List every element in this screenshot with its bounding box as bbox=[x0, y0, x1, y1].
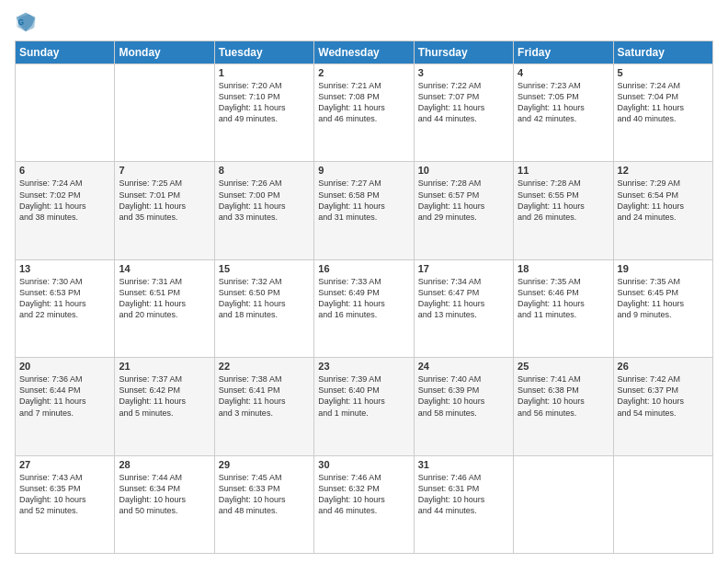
day-content: Sunrise: 7:20 AM Sunset: 7:10 PM Dayligh… bbox=[219, 80, 310, 125]
day-number: 30 bbox=[318, 459, 409, 470]
calendar-day-4: 4Sunrise: 7:23 AM Sunset: 7:05 PM Daylig… bbox=[514, 64, 613, 162]
day-content: Sunrise: 7:46 AM Sunset: 6:31 PM Dayligh… bbox=[418, 472, 509, 517]
calendar-day-19: 19Sunrise: 7:35 AM Sunset: 6:45 PM Dayli… bbox=[613, 259, 712, 357]
header: G bbox=[15, 11, 713, 33]
calendar-week-3: 13Sunrise: 7:30 AM Sunset: 6:53 PM Dayli… bbox=[16, 259, 713, 357]
day-content: Sunrise: 7:37 AM Sunset: 6:42 PM Dayligh… bbox=[119, 373, 210, 419]
calendar-day-16: 16Sunrise: 7:33 AM Sunset: 6:49 PM Dayli… bbox=[314, 259, 414, 357]
day-content: Sunrise: 7:38 AM Sunset: 6:41 PM Dayligh… bbox=[219, 373, 310, 419]
day-number: 5 bbox=[618, 67, 709, 78]
day-content: Sunrise: 7:43 AM Sunset: 6:35 PM Dayligh… bbox=[19, 472, 110, 517]
day-number: 31 bbox=[418, 459, 509, 470]
calendar-week-4: 20Sunrise: 7:36 AM Sunset: 6:44 PM Dayli… bbox=[16, 358, 713, 455]
day-header-monday: Monday bbox=[115, 41, 214, 64]
calendar-day-17: 17Sunrise: 7:34 AM Sunset: 6:47 PM Dayli… bbox=[414, 259, 513, 357]
calendar-week-5: 27Sunrise: 7:43 AM Sunset: 6:35 PM Dayli… bbox=[16, 455, 713, 553]
calendar-day-7: 7Sunrise: 7:25 AM Sunset: 7:01 PM Daylig… bbox=[115, 162, 214, 259]
calendar-day-25: 25Sunrise: 7:41 AM Sunset: 6:38 PM Dayli… bbox=[514, 358, 613, 455]
day-content: Sunrise: 7:35 AM Sunset: 6:46 PM Dayligh… bbox=[518, 276, 609, 321]
day-content: Sunrise: 7:34 AM Sunset: 6:47 PM Dayligh… bbox=[418, 276, 509, 321]
calendar-day-5: 5Sunrise: 7:24 AM Sunset: 7:04 PM Daylig… bbox=[613, 64, 712, 162]
logo-icon: G bbox=[15, 11, 37, 33]
day-content: Sunrise: 7:33 AM Sunset: 6:49 PM Dayligh… bbox=[318, 276, 409, 321]
day-content: Sunrise: 7:27 AM Sunset: 6:58 PM Dayligh… bbox=[318, 178, 409, 223]
calendar-day-1: 1Sunrise: 7:20 AM Sunset: 7:10 PM Daylig… bbox=[214, 64, 313, 162]
calendar-header-row: SundayMondayTuesdayWednesdayThursdayFrid… bbox=[16, 41, 713, 64]
calendar-page: G SundayMondayTuesdayWednesdayThursdayFr… bbox=[0, 0, 728, 563]
day-content: Sunrise: 7:39 AM Sunset: 6:40 PM Dayligh… bbox=[318, 373, 409, 419]
calendar-day-3: 3Sunrise: 7:22 AM Sunset: 7:07 PM Daylig… bbox=[414, 64, 513, 162]
day-number: 21 bbox=[119, 361, 210, 372]
day-number: 2 bbox=[318, 67, 409, 78]
day-content: Sunrise: 7:26 AM Sunset: 7:00 PM Dayligh… bbox=[219, 178, 310, 223]
day-header-friday: Friday bbox=[514, 41, 613, 64]
day-number: 7 bbox=[119, 165, 210, 176]
day-content: Sunrise: 7:28 AM Sunset: 6:57 PM Dayligh… bbox=[418, 178, 509, 223]
calendar-day-15: 15Sunrise: 7:32 AM Sunset: 6:50 PM Dayli… bbox=[214, 259, 313, 357]
calendar-day-9: 9Sunrise: 7:27 AM Sunset: 6:58 PM Daylig… bbox=[314, 162, 414, 259]
day-header-thursday: Thursday bbox=[414, 41, 513, 64]
day-header-tuesday: Tuesday bbox=[214, 41, 313, 64]
day-content: Sunrise: 7:30 AM Sunset: 6:53 PM Dayligh… bbox=[19, 276, 110, 321]
day-number: 29 bbox=[219, 459, 310, 470]
day-number: 24 bbox=[418, 361, 509, 372]
day-number: 3 bbox=[418, 67, 509, 78]
day-number: 9 bbox=[318, 165, 409, 176]
day-content: Sunrise: 7:40 AM Sunset: 6:39 PM Dayligh… bbox=[418, 373, 509, 419]
day-number: 17 bbox=[418, 263, 509, 274]
day-content: Sunrise: 7:45 AM Sunset: 6:33 PM Dayligh… bbox=[219, 472, 310, 517]
day-number: 16 bbox=[318, 263, 409, 274]
calendar-day-10: 10Sunrise: 7:28 AM Sunset: 6:57 PM Dayli… bbox=[414, 162, 513, 259]
calendar-week-2: 6Sunrise: 7:24 AM Sunset: 7:02 PM Daylig… bbox=[16, 162, 713, 259]
calendar-day-18: 18Sunrise: 7:35 AM Sunset: 6:46 PM Dayli… bbox=[514, 259, 613, 357]
day-content: Sunrise: 7:42 AM Sunset: 6:37 PM Dayligh… bbox=[618, 373, 709, 419]
calendar-day-12: 12Sunrise: 7:29 AM Sunset: 6:54 PM Dayli… bbox=[613, 162, 712, 259]
calendar-empty bbox=[613, 455, 712, 553]
day-content: Sunrise: 7:36 AM Sunset: 6:44 PM Dayligh… bbox=[19, 373, 110, 419]
day-header-sunday: Sunday bbox=[16, 41, 115, 64]
day-content: Sunrise: 7:44 AM Sunset: 6:34 PM Dayligh… bbox=[119, 472, 210, 517]
calendar-day-28: 28Sunrise: 7:44 AM Sunset: 6:34 PM Dayli… bbox=[115, 455, 214, 553]
day-number: 14 bbox=[119, 263, 210, 274]
day-number: 23 bbox=[318, 361, 409, 372]
calendar-week-1: 1Sunrise: 7:20 AM Sunset: 7:10 PM Daylig… bbox=[16, 64, 713, 162]
day-content: Sunrise: 7:29 AM Sunset: 6:54 PM Dayligh… bbox=[618, 178, 709, 223]
calendar-day-20: 20Sunrise: 7:36 AM Sunset: 6:44 PM Dayli… bbox=[16, 358, 115, 455]
day-content: Sunrise: 7:35 AM Sunset: 6:45 PM Dayligh… bbox=[618, 276, 709, 321]
day-content: Sunrise: 7:32 AM Sunset: 6:50 PM Dayligh… bbox=[219, 276, 310, 321]
day-content: Sunrise: 7:24 AM Sunset: 7:04 PM Dayligh… bbox=[618, 80, 709, 125]
calendar-day-29: 29Sunrise: 7:45 AM Sunset: 6:33 PM Dayli… bbox=[214, 455, 313, 553]
day-number: 27 bbox=[19, 459, 110, 470]
calendar-day-30: 30Sunrise: 7:46 AM Sunset: 6:32 PM Dayli… bbox=[314, 455, 414, 553]
day-number: 12 bbox=[618, 165, 709, 176]
calendar-table: SundayMondayTuesdayWednesdayThursdayFrid… bbox=[15, 40, 713, 554]
logo: G bbox=[15, 11, 40, 33]
day-number: 26 bbox=[618, 361, 709, 372]
day-content: Sunrise: 7:46 AM Sunset: 6:32 PM Dayligh… bbox=[318, 472, 409, 517]
calendar-day-23: 23Sunrise: 7:39 AM Sunset: 6:40 PM Dayli… bbox=[314, 358, 414, 455]
day-content: Sunrise: 7:41 AM Sunset: 6:38 PM Dayligh… bbox=[518, 373, 609, 419]
day-content: Sunrise: 7:25 AM Sunset: 7:01 PM Dayligh… bbox=[119, 178, 210, 223]
day-number: 8 bbox=[219, 165, 310, 176]
day-content: Sunrise: 7:21 AM Sunset: 7:08 PM Dayligh… bbox=[318, 80, 409, 125]
day-number: 18 bbox=[518, 263, 609, 274]
day-number: 20 bbox=[19, 361, 110, 372]
calendar-day-21: 21Sunrise: 7:37 AM Sunset: 6:42 PM Dayli… bbox=[115, 358, 214, 455]
calendar-day-31: 31Sunrise: 7:46 AM Sunset: 6:31 PM Dayli… bbox=[414, 455, 513, 553]
calendar-empty bbox=[115, 64, 214, 162]
day-content: Sunrise: 7:22 AM Sunset: 7:07 PM Dayligh… bbox=[418, 80, 509, 125]
calendar-day-8: 8Sunrise: 7:26 AM Sunset: 7:00 PM Daylig… bbox=[214, 162, 313, 259]
calendar-day-22: 22Sunrise: 7:38 AM Sunset: 6:41 PM Dayli… bbox=[214, 358, 313, 455]
day-number: 15 bbox=[219, 263, 310, 274]
day-number: 11 bbox=[518, 165, 609, 176]
calendar-day-11: 11Sunrise: 7:28 AM Sunset: 6:55 PM Dayli… bbox=[514, 162, 613, 259]
day-number: 4 bbox=[518, 67, 609, 78]
calendar-day-13: 13Sunrise: 7:30 AM Sunset: 6:53 PM Dayli… bbox=[16, 259, 115, 357]
day-content: Sunrise: 7:31 AM Sunset: 6:51 PM Dayligh… bbox=[119, 276, 210, 321]
day-number: 25 bbox=[518, 361, 609, 372]
day-number: 10 bbox=[418, 165, 509, 176]
day-header-wednesday: Wednesday bbox=[314, 41, 414, 64]
calendar-empty bbox=[16, 64, 115, 162]
day-number: 6 bbox=[19, 165, 110, 176]
day-number: 19 bbox=[618, 263, 709, 274]
